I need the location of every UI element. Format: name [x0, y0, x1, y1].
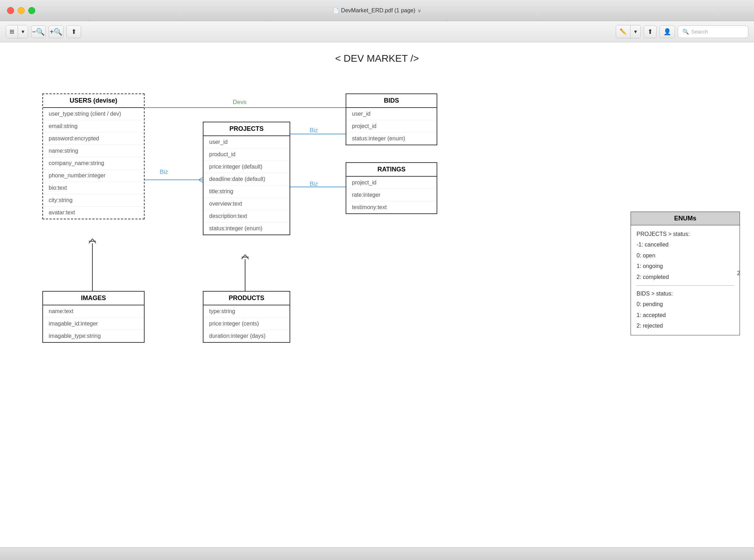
person-button[interactable]: 👤 [659, 25, 675, 38]
products-table-body: type:string price:integer (cents) durati… [203, 305, 290, 342]
search-box[interactable]: 🔍 Search [678, 25, 748, 38]
biz-label-2: Biz [310, 127, 318, 134]
enums-body: PROJECTS > status: -1: cancelled 0: open… [631, 225, 740, 335]
table-row: company_name:string [43, 157, 144, 170]
projects-table-header: PROJECTS [203, 122, 290, 136]
status-bar [0, 547, 754, 560]
images-table-header: IMAGES [43, 292, 144, 305]
title-bar: 📄 DevMarket_ERD.pdf (1 page) ∨ [0, 0, 754, 21]
pen-dropdown[interactable]: ▾ [631, 25, 640, 38]
table-row: user_id [203, 136, 290, 148]
table-row: email:string [43, 120, 144, 133]
enums-bids-1: 1: accepted [637, 310, 734, 321]
table-row: name:text [43, 305, 144, 318]
table-row: product_id [203, 148, 290, 161]
annotation-controls: ✏️ ▾ [616, 25, 641, 38]
table-row: price:integer (default) [203, 161, 290, 173]
products-table: PRODUCTS type:string price:integer (cent… [203, 291, 290, 343]
bids-table: BIDS user_id project_id status:integer (… [346, 93, 437, 145]
close-button[interactable] [7, 7, 14, 14]
table-row: avatar:text [43, 207, 144, 219]
table-row: title:string [203, 185, 290, 198]
table-row: description:text [203, 210, 290, 223]
share-button[interactable]: ⬆ [66, 25, 81, 38]
zoom-in-button[interactable]: +🔍 [49, 25, 63, 38]
toolbar-right: ✏️ ▾ ⬆ 👤 🔍 Search [616, 25, 748, 38]
zoom-out-button[interactable]: −🔍 [31, 25, 46, 38]
table-row: status:integer (enum) [203, 223, 290, 235]
table-row: imagable_type:string [43, 330, 144, 342]
biz-label-3: Biz [310, 181, 318, 188]
users-table-header: USERS (devise) [43, 94, 144, 108]
table-row: duration:integer (days) [203, 330, 290, 342]
svg-line-5 [89, 239, 92, 243]
enums-bids-label: BIDS > status: [637, 288, 734, 299]
users-table: USERS (devise) user_type:string (client … [42, 93, 145, 219]
table-row: overview:text [203, 198, 290, 210]
table-row: bio:text [43, 182, 144, 194]
table-row: password:encrypted [43, 133, 144, 145]
diagram-title: < DEV MARKET /> [335, 53, 419, 64]
images-table-body: name:text imagable_id:integer imagable_t… [43, 305, 144, 342]
table-row: price:integer (cents) [203, 318, 290, 330]
bids-table-body: user_id project_id status:integer (enum) [346, 108, 437, 145]
users-table-body: user_type:string (client / dev) email:st… [43, 108, 144, 219]
table-row: phone_number:integer [43, 170, 144, 182]
table-row: type:string [203, 305, 290, 318]
projects-table: PROJECTS user_id product_id price:intege… [203, 122, 290, 235]
ratings-table-body: project_id rate:integer testimony:text [346, 177, 437, 213]
svg-line-9 [242, 255, 245, 259]
layout-button[interactable]: ⊞ [6, 25, 18, 38]
traffic-lights [7, 7, 35, 14]
table-row: user_type:string (client / dev) [43, 108, 144, 120]
enums-projects-0: 0: open [637, 250, 734, 261]
enums-bids-2: 2: rejected [637, 321, 734, 331]
devs-label: Devs [233, 99, 247, 106]
pen-tool-button[interactable]: ✏️ [616, 25, 631, 38]
table-row: status:integer (enum) [346, 133, 437, 145]
layout-controls: ⊞ ▾ [6, 25, 28, 38]
table-row: user_id [346, 108, 437, 120]
share-button-2[interactable]: ⬆ [644, 25, 657, 38]
bids-table-header: BIDS [346, 94, 437, 108]
table-row: imagable_id:integer [43, 318, 144, 330]
main-content: < DEV MARKET /> USERS (devise) user_type… [0, 42, 754, 547]
document-icon: 📄 [333, 8, 339, 13]
enums-divider [637, 285, 734, 286]
table-row: project_id [346, 177, 437, 189]
enums-bids-0: 0: pending [637, 299, 734, 310]
toolbar: ⊞ ▾ −🔍 +🔍 ⬆ ✏️ ▾ ⬆ 👤 🔍 Search [0, 21, 754, 42]
enums-projects-2: 2: completed [637, 272, 734, 282]
table-row: deadline:date (default) [203, 173, 290, 185]
table-row: project_id [346, 120, 437, 133]
enums-projects-m1: -1: cancelled [637, 239, 734, 250]
enums-projects-1: 1: ongoing [637, 261, 734, 272]
products-table-header: PRODUCTS [203, 292, 290, 305]
enums-header: ENUMs [631, 212, 740, 225]
page-number: 2 [737, 270, 740, 276]
svg-line-6 [92, 239, 96, 243]
projects-table-body: user_id product_id price:integer (defaul… [203, 136, 290, 235]
minimize-button[interactable] [18, 7, 25, 14]
svg-line-10 [245, 255, 249, 259]
enums-projects-label: PROJECTS > status: [637, 229, 734, 239]
ratings-table: RATINGS project_id rate:integer testimon… [346, 162, 437, 214]
table-row: rate:integer [346, 189, 437, 201]
table-row: testimony:text [346, 201, 437, 213]
images-table: IMAGES name:text imagable_id:integer ima… [42, 291, 145, 343]
layout-dropdown[interactable]: ▾ [18, 25, 28, 38]
enums-box: ENUMs PROJECTS > status: -1: cancelled 0… [631, 212, 740, 335]
erd-area: < DEV MARKET /> USERS (devise) user_type… [0, 42, 754, 547]
search-icon: 🔍 [682, 29, 689, 35]
biz-label-1: Biz [160, 169, 168, 176]
fullscreen-button[interactable] [28, 7, 35, 14]
window-title: 📄 DevMarket_ERD.pdf (1 page) ∨ [333, 7, 421, 14]
ratings-table-header: RATINGS [346, 163, 437, 177]
table-row: name:string [43, 145, 144, 157]
table-row: city:string [43, 194, 144, 207]
